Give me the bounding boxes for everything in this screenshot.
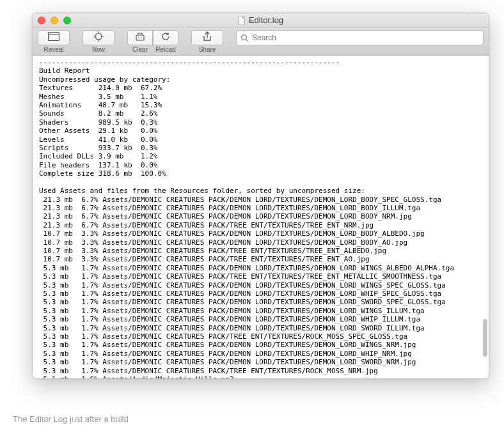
search-icon: [240, 34, 249, 42]
log-content[interactable]: ----------------------------------------…: [33, 56, 489, 378]
share-button[interactable]: [191, 30, 223, 45]
share-icon: [203, 31, 212, 44]
clear-button[interactable]: [127, 30, 153, 45]
search-input[interactable]: [252, 33, 479, 42]
window-title-text: Editor.log: [249, 15, 283, 25]
reload-button[interactable]: [153, 30, 178, 45]
svg-point-8: [138, 37, 139, 38]
clear-icon: [135, 32, 145, 43]
close-button[interactable]: [38, 17, 45, 24]
titlebar[interactable]: Editor.log: [33, 13, 489, 27]
figure-caption: The Editor Log just after a build: [13, 414, 491, 424]
search-field[interactable]: [236, 30, 484, 45]
console-window: Editor.log Reveal Now: [32, 13, 489, 379]
window-title: Editor.log: [33, 15, 489, 25]
reload-label: Reload: [153, 46, 178, 53]
document-icon: [238, 16, 246, 25]
reveal-label: Reveal: [43, 46, 63, 53]
traffic-lights: [38, 17, 71, 24]
svg-point-2: [95, 33, 102, 40]
toolbar: Reveal Now: [33, 27, 489, 56]
target-icon: [93, 31, 104, 44]
svg-line-11: [246, 39, 249, 42]
svg-rect-0: [49, 33, 59, 41]
window-icon: [48, 32, 59, 43]
clear-label: Clear: [127, 46, 153, 53]
maximize-button[interactable]: [63, 17, 71, 24]
svg-point-9: [141, 37, 142, 38]
reload-icon: [161, 32, 170, 43]
share-label: Share: [199, 46, 216, 53]
now-button[interactable]: [83, 30, 114, 45]
svg-rect-7: [136, 35, 144, 40]
now-label: Now: [92, 46, 105, 53]
scrollbar-thumb[interactable]: [483, 319, 487, 357]
minimize-button[interactable]: [51, 17, 58, 24]
scrollbar[interactable]: [483, 58, 487, 376]
svg-point-10: [242, 35, 247, 40]
reveal-button[interactable]: [38, 30, 70, 45]
